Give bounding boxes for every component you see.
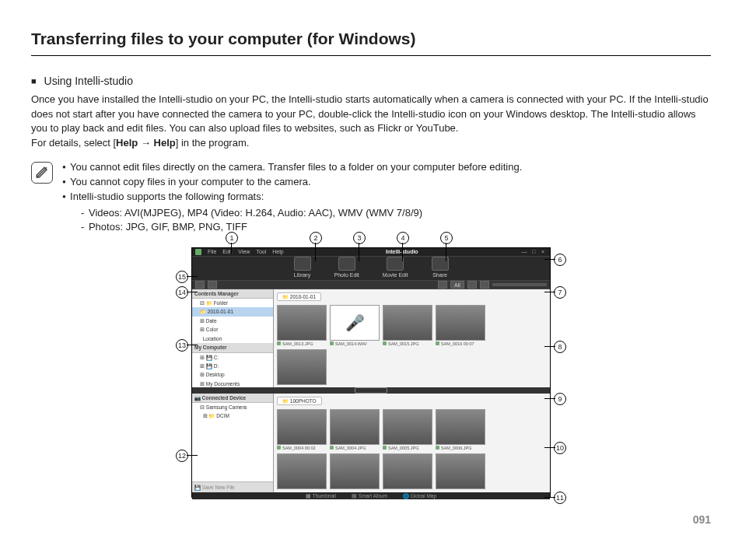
help-menu-a: Help bbox=[116, 137, 138, 149]
photo-edit-button[interactable]: Photo Edit bbox=[334, 257, 359, 279]
callout-3: 3 bbox=[353, 232, 366, 244]
thumbnail-item[interactable]: SAM_0006.JPG bbox=[436, 409, 484, 452]
note-item: Intelli-studio supports the following fo… bbox=[62, 190, 522, 236]
mic-icon: 🎤 bbox=[345, 312, 365, 334]
page-title: Transferring files to your computer (for… bbox=[31, 27, 711, 56]
thumbnail-item[interactable]: SAM_0015.JPG bbox=[383, 305, 431, 348]
drive-d[interactable]: ⊞ 💾 D: bbox=[192, 362, 273, 370]
thumbnail-item[interactable]: 🎤SAM_0014.WAV bbox=[330, 305, 378, 348]
view-mode-2-icon[interactable] bbox=[480, 281, 489, 289]
pane-divider[interactable] bbox=[192, 387, 550, 394]
menu-help[interactable]: Help bbox=[272, 248, 283, 256]
upper-pane: Contents Manager ⊟ 📁 Folder 📁 2010-01-01… bbox=[192, 289, 550, 387]
back-button[interactable] bbox=[195, 281, 205, 289]
note-block: You cannot edit files directly on the ca… bbox=[31, 160, 711, 236]
thumbnail-tab[interactable]: ▦ Thumbnail bbox=[306, 492, 336, 499]
dcim-node[interactable]: ⊞ 📁 DCIM bbox=[192, 411, 273, 420]
thumbnail-item[interactable] bbox=[277, 349, 325, 385]
maximize-icon[interactable]: □ bbox=[530, 248, 537, 256]
library-icon bbox=[294, 257, 311, 271]
documents-node[interactable]: ⊞ My Documents bbox=[192, 380, 273, 387]
app-icon bbox=[195, 249, 201, 255]
drive-c[interactable]: ⊞ 💾 C: bbox=[192, 353, 273, 362]
minimize-icon[interactable]: — bbox=[520, 248, 528, 256]
thumbnails-pane: 📁 2010-01-01 SAM_0013.JPG 🎤SAM_0014.WAV … bbox=[274, 289, 550, 387]
intro-text: Once you have installed the Intelli-stud… bbox=[31, 93, 709, 135]
folder-selected[interactable]: 📁 2010-01-01 bbox=[192, 307, 273, 316]
device-node[interactable]: ⊟ Samsung Camera bbox=[192, 403, 273, 411]
menu-tool[interactable]: Tool bbox=[256, 248, 266, 256]
breadcrumb[interactable]: 📁 2010-01-01 bbox=[277, 292, 321, 301]
note-list: You cannot edit files directly on the ca… bbox=[62, 160, 522, 236]
close-icon[interactable]: × bbox=[539, 248, 547, 256]
format-item: Videos: AVI(MJPEG), MP4 (Video: H.264, A… bbox=[81, 206, 522, 221]
color-node[interactable]: ⊞ Color bbox=[192, 325, 273, 334]
thumbnail-item[interactable]: SAM_0004.JPG bbox=[330, 409, 378, 452]
callout-2: 2 bbox=[310, 232, 322, 244]
smart-album-tab[interactable]: ▤ Smart Album bbox=[352, 492, 387, 499]
titlebar: File Edit View Tool Help Intelli-studio … bbox=[192, 248, 550, 257]
callout-8: 8 bbox=[554, 341, 566, 353]
device-thumbnails-pane: 📁 100PHOTO SAM_0004 00:02 SAM_0004.JPG S… bbox=[274, 394, 550, 492]
thumbnail-item[interactable]: SAM_0005.JPG bbox=[383, 409, 431, 452]
section-title: Using Intelli-studio bbox=[31, 73, 711, 89]
bottom-view-tabs: ▦ Thumbnail ▤ Smart Album 🌐 Global Map bbox=[192, 492, 550, 499]
callout-14: 14 bbox=[176, 286, 188, 299]
desktop-node[interactable]: ⊞ Desktop bbox=[192, 370, 273, 379]
page-number: 091 bbox=[31, 512, 711, 527]
movie-edit-button[interactable]: Movie Edit bbox=[383, 257, 408, 279]
photo-edit-icon bbox=[338, 257, 355, 271]
callout-13: 13 bbox=[176, 339, 188, 352]
callout-6: 6 bbox=[554, 254, 566, 266]
help-line-prefix: For details, select [ bbox=[31, 137, 116, 149]
callout-9: 9 bbox=[554, 393, 566, 405]
menu-file[interactable]: File bbox=[208, 248, 216, 256]
library-button[interactable]: Library bbox=[294, 257, 311, 279]
view-mode-1-icon[interactable] bbox=[467, 281, 477, 289]
callout-11: 11 bbox=[554, 492, 566, 504]
thumbnail-item[interactable]: SAM_0016 00:07 bbox=[436, 305, 484, 348]
filter-star-icon[interactable] bbox=[438, 281, 447, 289]
callout-5: 5 bbox=[440, 232, 453, 244]
thumbnail-item[interactable] bbox=[383, 453, 431, 489]
app-window: File Edit View Tool Help Intelli-studio … bbox=[191, 247, 551, 498]
note-icon bbox=[31, 162, 53, 184]
note-item: You cannot copy files in your computer t… bbox=[62, 175, 522, 190]
app-figure: 1 2 3 4 5 6 7 8 9 10 11 12 13 14 15 File… bbox=[180, 247, 562, 498]
callout-4: 4 bbox=[397, 232, 409, 244]
callout-10: 10 bbox=[554, 442, 566, 454]
contents-manager-sidebar: Contents Manager ⊟ 📁 Folder 📁 2010-01-01… bbox=[192, 289, 274, 387]
help-menu-b: Help bbox=[154, 137, 176, 149]
menu-view[interactable]: View bbox=[238, 248, 250, 256]
help-line-suffix: ] in the program. bbox=[176, 137, 250, 149]
thumbnail-item[interactable]: SAM_0004 00:02 bbox=[277, 409, 325, 452]
save-new-file-button[interactable]: 💾 Save New File bbox=[192, 481, 273, 492]
format-item: Photos: JPG, GIF, BMP, PNG, TIFF bbox=[81, 220, 522, 235]
thumbnail-item[interactable] bbox=[277, 453, 325, 489]
callout-1: 1 bbox=[226, 232, 238, 244]
device-breadcrumb[interactable]: 📁 100PHOTO bbox=[277, 397, 322, 405]
connected-device-sidebar: 📷 Connected Device ⊟ Samsung Camera ⊞ 📁 … bbox=[192, 394, 274, 492]
nav-bar: All bbox=[192, 281, 550, 289]
location-node[interactable]: Location bbox=[192, 334, 273, 343]
contents-manager-header: Contents Manager bbox=[192, 289, 273, 299]
callout-7: 7 bbox=[554, 286, 566, 299]
lower-pane: 📷 Connected Device ⊟ Samsung Camera ⊞ 📁 … bbox=[192, 394, 550, 492]
callout-15: 15 bbox=[176, 271, 188, 283]
forward-button[interactable] bbox=[208, 281, 217, 289]
global-map-tab[interactable]: 🌐 Global Map bbox=[403, 492, 436, 499]
main-toolbar: Library Photo Edit Movie Edit Share bbox=[192, 257, 550, 280]
date-node[interactable]: ⊞ Date bbox=[192, 317, 273, 325]
callout-12: 12 bbox=[176, 450, 188, 462]
thumbnail-item[interactable] bbox=[330, 453, 378, 489]
filter-all-button[interactable]: All bbox=[450, 281, 464, 289]
formats-list: Videos: AVI(MJPEG), MP4 (Video: H.264, A… bbox=[62, 206, 522, 236]
thumbnail-item[interactable]: SAM_0013.JPG bbox=[277, 305, 325, 348]
thumbnail-item[interactable] bbox=[436, 453, 484, 489]
movie-edit-icon bbox=[387, 257, 404, 271]
folder-node[interactable]: ⊟ 📁 Folder bbox=[192, 299, 273, 307]
arrow-icon: → bbox=[141, 137, 151, 149]
zoom-slider[interactable] bbox=[492, 283, 547, 286]
my-computer-header: My Computer bbox=[192, 343, 273, 352]
intro-paragraph: Once you have installed the Intelli-stud… bbox=[31, 93, 711, 151]
